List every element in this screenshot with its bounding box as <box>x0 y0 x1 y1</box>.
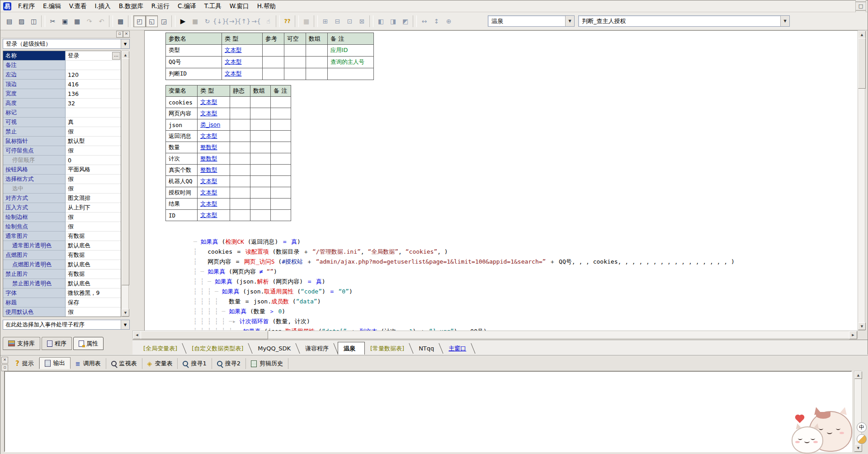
var-table-row[interactable]: 返回消息 文本型 <box>166 131 291 142</box>
param-type-cell[interactable]: 文本型 <box>222 45 263 57</box>
property-row[interactable]: 鼠标指针 默认型 … <box>3 137 121 146</box>
form-designer-icon[interactable]: ▩ <box>114 15 127 27</box>
toolbar-separator[interactable] <box>295 15 299 27</box>
property-row[interactable]: 通常图片透明色 默认底色 … <box>3 241 121 251</box>
property-value[interactable]: 默认型 … <box>66 137 121 146</box>
document-tab[interactable]: 主窗口 <box>443 342 475 355</box>
scrollbar-thumb[interactable] <box>858 38 866 89</box>
menu-item[interactable]: I.插入 <box>91 1 115 10</box>
property-value[interactable]: 微软雅黑，9 … <box>66 288 121 298</box>
insert-row-above-icon[interactable]: ⊞ <box>319 15 331 27</box>
property-value[interactable]: 默认底色 … <box>66 279 121 288</box>
var-table-row[interactable]: 数量 整数型 <box>166 142 291 153</box>
document-tab[interactable]: [自定义数据类型表] <box>186 342 252 355</box>
var-table-row[interactable]: 结果 文本型 <box>166 199 291 210</box>
property-value[interactable]: 假 … <box>66 127 121 137</box>
param-name-cell[interactable]: 判断ID <box>166 68 222 80</box>
property-row[interactable]: 绘制边框 假 … <box>3 213 121 222</box>
chevron-down-icon[interactable]: ▼ <box>780 16 789 26</box>
menu-item[interactable]: V.查看 <box>65 1 91 10</box>
property-row[interactable]: 高度 32 … <box>3 99 121 108</box>
var-table-row[interactable]: 计次 整数型 <box>166 153 291 165</box>
maximize-button[interactable]: □ <box>855 2 866 10</box>
property-row[interactable]: 使用默认色 假 … <box>3 307 121 317</box>
var-name-cell[interactable]: 数量 <box>166 142 198 153</box>
property-row[interactable]: 可停留焦点 假 … <box>3 146 121 156</box>
menu-item[interactable]: E.编辑 <box>39 1 65 10</box>
property-value[interactable]: 平面风格 … <box>66 165 121 175</box>
document-tab[interactable]: NTqq <box>413 342 443 355</box>
var-type-cell[interactable]: 类_json <box>198 119 230 131</box>
ime-language-badge[interactable]: 中 <box>857 422 867 432</box>
calc-icon[interactable]: ▦ <box>300 15 312 27</box>
editor-canvas[interactable]: 参数名类 型参考可空数组备 注 类型 文本型 应用ID QQ号 文本型 <box>144 30 858 331</box>
property-row[interactable]: 禁止图片 有数据 … <box>3 270 121 279</box>
property-row[interactable]: 顶边 416 … <box>3 80 121 89</box>
undo-icon[interactable]: ↶ <box>95 15 108 27</box>
property-row[interactable]: 标记 … <box>3 108 121 118</box>
property-value[interactable]: 假 … <box>66 175 121 184</box>
menu-item[interactable]: B.数据库 <box>115 1 147 10</box>
property-row[interactable]: 停留顺序 0 … <box>3 156 121 165</box>
run-icon[interactable]: ▶ <box>177 15 189 27</box>
run-to-cursor-icon[interactable]: →{ <box>250 15 262 27</box>
object-selector-combo[interactable]: 登录（超级按钮） ▼ <box>3 39 130 49</box>
var-name-cell[interactable]: 机器人QQ <box>166 176 198 187</box>
scrollbar-thumb[interactable] <box>122 58 129 285</box>
document-tab[interactable]: 谦容程序 <box>300 342 338 355</box>
var-name-cell[interactable]: ID <box>166 210 198 221</box>
output-tab[interactable]: 变量表 <box>142 358 178 369</box>
property-value[interactable]: … <box>66 61 121 70</box>
document-tab[interactable]: [全局变量表] <box>138 342 186 355</box>
step-over-icon[interactable]: {→} <box>226 15 238 27</box>
output-tab[interactable]: 剪辑历史 <box>246 358 288 369</box>
chevron-down-icon[interactable]: ▼ <box>565 16 574 26</box>
duplicate-row-icon[interactable]: ⊡ <box>344 15 356 27</box>
step-into-icon[interactable]: {↓} <box>213 15 226 27</box>
insert-row-below-icon[interactable]: ⊟ <box>331 15 344 27</box>
property-value[interactable]: 0 … <box>66 156 121 165</box>
property-row[interactable]: 按钮风格 平面风格 … <box>3 165 121 175</box>
property-row[interactable]: 对齐方式 图文混排 … <box>3 194 121 203</box>
var-type-cell[interactable]: 整数型 <box>198 153 230 165</box>
property-value[interactable]: 登录 … <box>66 51 121 61</box>
save-icon[interactable]: ◫ <box>28 15 40 27</box>
var-type-cell[interactable]: 文本型 <box>198 131 230 142</box>
property-value[interactable]: 136 … <box>66 89 121 99</box>
merge-left-icon[interactable]: ◧ <box>375 15 387 27</box>
delete-row-icon[interactable]: ⊠ <box>356 15 368 27</box>
redo-icon[interactable]: ↷ <box>83 15 95 27</box>
var-type-cell[interactable]: 文本型 <box>198 176 230 187</box>
scroll-down-icon[interactable]: ▼ <box>854 444 862 452</box>
param-name-cell[interactable]: 类型 <box>166 45 222 57</box>
toolbar-separator[interactable] <box>276 15 280 27</box>
property-row[interactable]: 左边 120 … <box>3 70 121 80</box>
property-value[interactable]: 默认底色 … <box>66 241 121 251</box>
inspector-tab[interactable]: 支持库 <box>3 337 40 350</box>
property-row[interactable]: 点燃图片透明色 默认底色 … <box>3 260 121 270</box>
property-value[interactable]: 有数据 … <box>66 232 121 241</box>
code-line[interactable]: ┄ 如果真 (检测CK (返回消息) ＝ 真) <box>151 227 856 237</box>
method-selector-combo[interactable]: 判断_查主人授权 ▼ <box>578 15 790 27</box>
inspector-tab[interactable]: 程序 <box>42 337 72 350</box>
property-value[interactable]: 真 … <box>66 118 121 127</box>
toolbar-separator[interactable] <box>171 15 175 27</box>
scroll-up-icon[interactable]: ▲ <box>858 31 866 38</box>
ellipsis-button[interactable]: … <box>112 52 120 60</box>
var-name-cell[interactable]: cookies <box>166 97 198 108</box>
toolbar-separator[interactable] <box>369 15 373 27</box>
window-layout-2-icon[interactable]: ◱ <box>146 15 158 27</box>
var-type-cell[interactable]: 整数型 <box>198 165 230 176</box>
toolbar-separator[interactable] <box>109 15 113 27</box>
property-value[interactable]: 120 … <box>66 70 121 80</box>
property-value[interactable]: 假 … <box>66 184 121 194</box>
var-table-row[interactable]: 网页内容 文本型 <box>166 108 291 119</box>
property-value[interactable]: 416 … <box>66 80 121 89</box>
merge-center-icon[interactable]: ◩ <box>399 15 411 27</box>
var-name-cell[interactable]: 真实个数 <box>166 165 198 176</box>
var-table-row[interactable]: json 类_json <box>166 119 291 131</box>
inspector-scrollbar[interactable]: ▲ ▼ <box>121 51 129 317</box>
property-row[interactable]: 备注 … <box>3 61 121 70</box>
property-row[interactable]: 禁止图片透明色 默认底色 … <box>3 279 121 288</box>
debug-restart-icon[interactable]: ↻ <box>201 15 213 27</box>
